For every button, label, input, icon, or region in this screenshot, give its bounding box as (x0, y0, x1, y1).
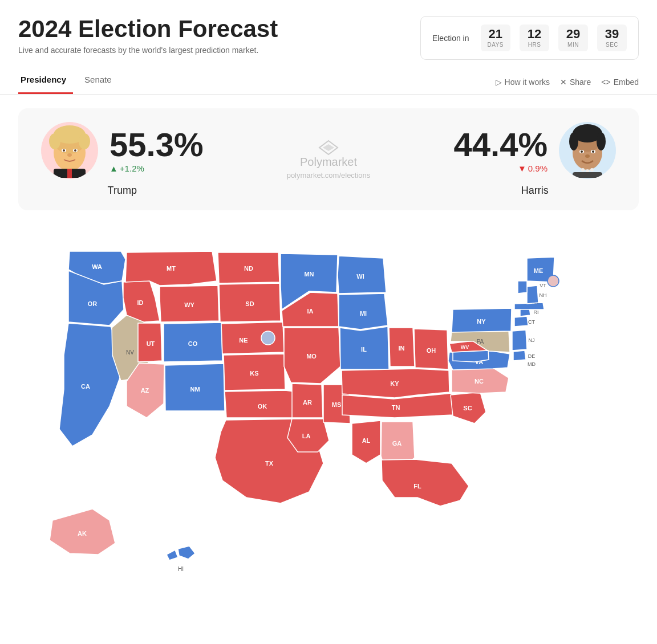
tab-senate[interactable]: Senate (82, 70, 119, 94)
svg-marker-113 (453, 350, 489, 362)
svg-marker-121 (527, 286, 538, 304)
svg-text:VT: VT (540, 283, 546, 288)
map-section: WA OR CA NV ID MT WY UT CO (0, 224, 657, 594)
svg-marker-97 (451, 392, 486, 423)
svg-marker-52 (218, 252, 279, 283)
tab-actions: ▷ How it works ✕ Share <> Embed (496, 78, 639, 87)
page-title: 2024 Election Forecast (18, 16, 278, 42)
polymarket-icon (318, 140, 339, 156)
countdown-days: 21 DAYS (481, 25, 511, 51)
svg-marker-107 (452, 308, 512, 332)
svg-marker-40 (125, 251, 217, 286)
countdown-sec: 39 SEC (597, 25, 627, 51)
countdown-hrs: 12 HRS (520, 25, 549, 51)
svg-point-8 (63, 149, 65, 152)
x-icon: ✕ (560, 78, 567, 87)
trump-percent: 55.3% (110, 128, 203, 161)
svg-marker-115 (514, 316, 528, 327)
polymarket-name: Polymarket (300, 156, 357, 169)
svg-point-24 (592, 150, 594, 153)
trump-section: 55.3% ▲ +1.2% Trump (41, 122, 203, 197)
election-map-svg: WA OR CA NV ID MT WY UT CO (18, 230, 639, 583)
svg-marker-109 (512, 330, 527, 350)
svg-marker-99 (452, 368, 509, 393)
svg-point-23 (581, 150, 583, 153)
embed-label: Embed (614, 78, 639, 87)
trump-change: ▲ +1.2% (110, 164, 203, 173)
svg-marker-123 (518, 281, 527, 294)
svg-marker-59 (224, 354, 285, 390)
countdown-min: 29 MIN (558, 25, 588, 51)
svg-marker-128 (50, 509, 115, 555)
harris-percent: 44.4% (454, 128, 548, 161)
tabs-bar: Presidency Senate ▷ How it works ✕ Share… (0, 60, 657, 95)
share-button[interactable]: ✕ Share (560, 78, 591, 87)
svg-marker-61 (225, 390, 301, 418)
svg-marker-79 (339, 294, 388, 329)
trump-info: 55.3% ▲ +1.2% (110, 128, 203, 173)
svg-text:NH: NH (540, 292, 547, 298)
svg-point-28 (590, 168, 594, 172)
svg-marker-46 (164, 323, 222, 362)
how-it-works-button[interactable]: ▷ How it works (496, 78, 550, 87)
svg-marker-83 (389, 328, 415, 366)
svg-point-5 (79, 133, 90, 149)
svg-marker-14 (323, 144, 334, 151)
svg-point-10 (67, 153, 72, 157)
svg-marker-130 (178, 546, 195, 559)
svg-marker-38 (123, 280, 160, 322)
svg-point-26 (581, 168, 585, 172)
svg-point-126 (548, 275, 559, 287)
svg-point-25 (585, 154, 590, 158)
harris-name: Harris (521, 185, 549, 197)
forecast-card: 55.3% ▲ +1.2% Trump Polymarket polymarke… (18, 108, 639, 210)
tab-presidency[interactable]: Presidency (18, 70, 73, 94)
svg-marker-73 (287, 419, 329, 452)
svg-text:MD: MD (528, 361, 536, 367)
how-it-works-label: How it works (505, 78, 550, 87)
trump-avatar (41, 122, 98, 179)
harris-avatar (559, 122, 616, 179)
countdown-label: Election in (432, 34, 469, 43)
countdown-box: Election in 21 DAYS 12 HRS 29 MIN 39 SEC (420, 16, 639, 60)
svg-text:CT: CT (528, 319, 535, 325)
svg-text:NJ: NJ (529, 337, 535, 343)
svg-marker-81 (340, 327, 389, 369)
svg-marker-131 (167, 550, 178, 560)
header-left: 2024 Election Forecast Live and accurate… (18, 16, 278, 55)
harris-change: ▼ 0.9% (518, 164, 548, 173)
svg-marker-77 (338, 256, 386, 294)
svg-marker-50 (165, 364, 225, 411)
svg-point-57 (261, 331, 275, 345)
share-label: Share (570, 78, 591, 87)
harris-info: 44.4% ▼ 0.9% (454, 128, 548, 173)
svg-text:RI: RI (534, 309, 539, 315)
svg-text:HI: HI (178, 566, 184, 572)
svg-rect-12 (67, 169, 72, 178)
harris-section: 44.4% ▼ 0.9% Harris (454, 122, 616, 197)
svg-rect-29 (573, 172, 602, 178)
svg-marker-54 (219, 283, 281, 322)
embed-button[interactable]: <> Embed (601, 78, 639, 87)
svg-marker-87 (342, 369, 449, 398)
svg-marker-69 (284, 328, 340, 384)
us-map: WA OR CA NV ID MT WY UT CO (18, 230, 639, 583)
svg-point-20 (597, 132, 606, 150)
trump-name: Trump (108, 185, 137, 197)
play-icon: ▷ (496, 78, 502, 87)
page-subtitle: Live and accurate forecasts by the world… (18, 46, 278, 55)
svg-point-4 (49, 133, 60, 149)
svg-point-19 (569, 132, 578, 150)
svg-marker-42 (160, 286, 219, 322)
svg-marker-85 (414, 329, 448, 369)
svg-marker-111 (513, 350, 526, 361)
polymarket-logo: Polymarket polymarket.com/elections (287, 140, 371, 180)
code-icon: <> (601, 78, 610, 87)
svg-marker-71 (292, 384, 323, 418)
svg-point-9 (74, 149, 76, 152)
tabs: Presidency Senate (18, 70, 128, 94)
polymarket-url: polymarket.com/elections (287, 171, 371, 180)
svg-marker-95 (382, 459, 469, 506)
svg-marker-44 (138, 323, 162, 362)
header: 2024 Election Forecast Live and accurate… (0, 0, 657, 60)
